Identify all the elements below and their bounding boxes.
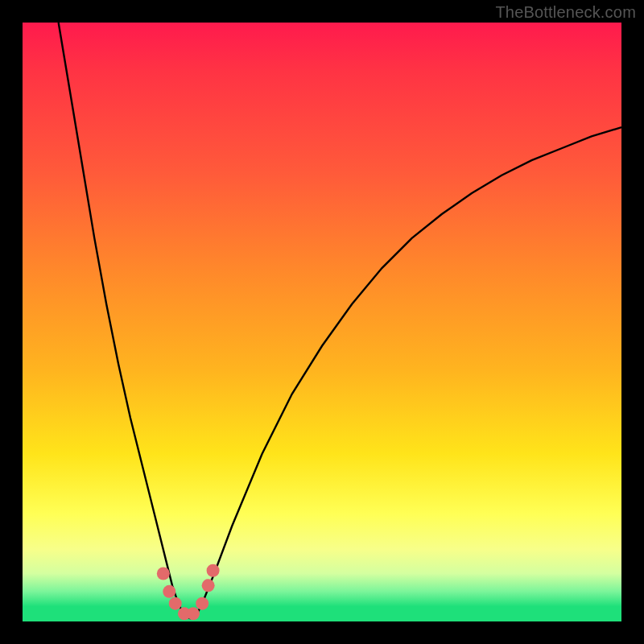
curve-marker xyxy=(207,564,220,577)
bottleneck-curve-svg xyxy=(23,23,621,621)
curve-marker xyxy=(169,597,182,610)
bottleneck-curve-path xyxy=(59,23,621,618)
attribution-text: TheBottleneck.com xyxy=(495,3,636,22)
chart-frame: TheBottleneck.com xyxy=(0,0,644,644)
curve-marker xyxy=(187,607,200,620)
curve-marker xyxy=(196,597,208,610)
curve-marker xyxy=(163,585,175,598)
curve-marker xyxy=(202,579,215,592)
curve-marker xyxy=(157,567,170,580)
curve-markers xyxy=(157,564,220,621)
plot-area xyxy=(23,23,621,621)
